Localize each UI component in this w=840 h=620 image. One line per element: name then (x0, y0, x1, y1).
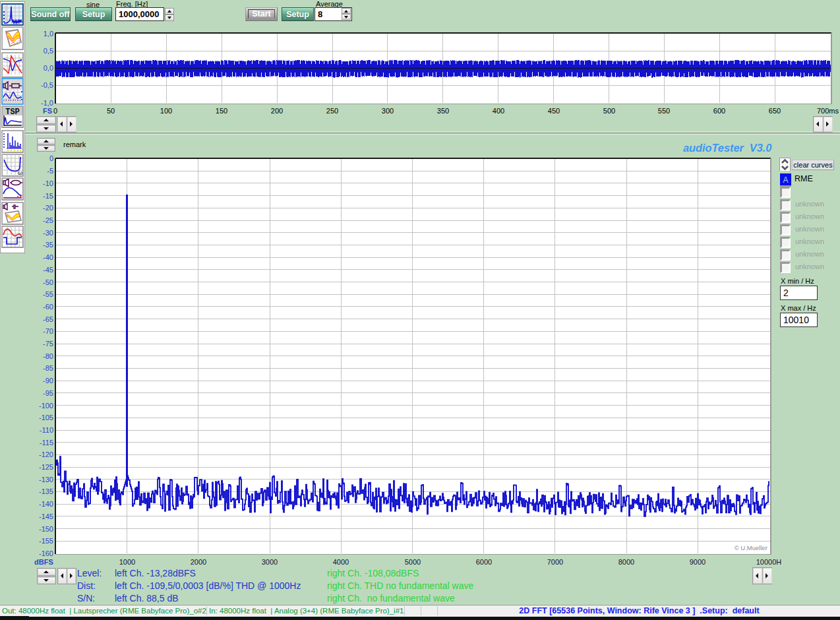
svg-text:TSP: TSP (5, 108, 20, 117)
svg-text:© U.Mueller: © U.Mueller (735, 544, 767, 551)
svg-text:ω: ω (18, 170, 22, 175)
